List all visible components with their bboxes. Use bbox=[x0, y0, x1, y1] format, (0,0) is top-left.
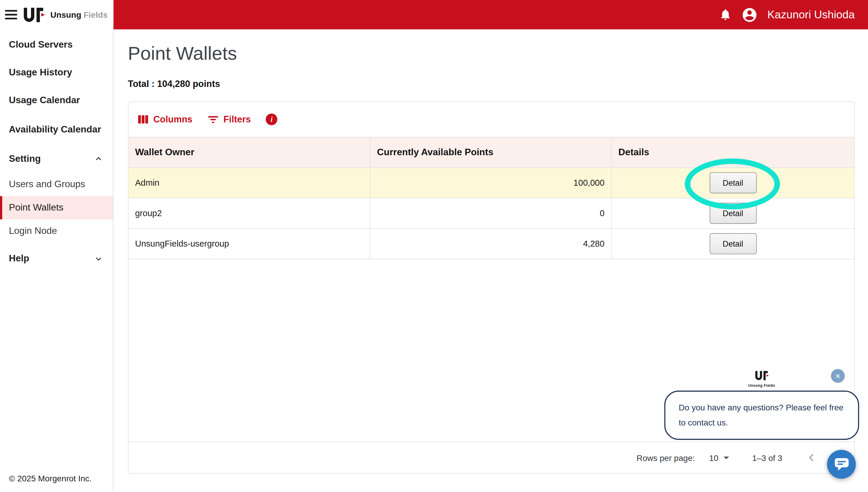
sidebar-item-label: Availability Calendar bbox=[9, 124, 101, 136]
copyright-text: © 2025 Morgenrot Inc. bbox=[9, 474, 91, 483]
unsung-fields-logo-icon bbox=[754, 371, 769, 381]
caret-down-icon bbox=[724, 456, 729, 459]
chevron-down-icon bbox=[93, 253, 104, 264]
sidebar-item-label: Cloud Servers bbox=[9, 39, 73, 51]
column-header-wallet-owner: Wallet Owner bbox=[129, 138, 370, 167]
chevron-up-icon bbox=[93, 153, 104, 164]
chat-bubble-icon bbox=[834, 458, 849, 471]
sidebar-item-setting[interactable]: Setting bbox=[0, 145, 113, 173]
sidebar-item-usage-history[interactable]: Usage History bbox=[0, 59, 113, 87]
sidebar-item-users-and-groups[interactable]: Users and Groups bbox=[0, 173, 113, 196]
column-header-points: Currently Available Points bbox=[370, 138, 612, 167]
app-bar: Kazunori Ushioda bbox=[113, 0, 868, 29]
pagination-range: 1–3 of 3 bbox=[752, 453, 782, 462]
cell-points: 100,000 bbox=[370, 168, 612, 198]
detail-button[interactable]: Detail bbox=[709, 233, 756, 254]
rows-per-page-value: 10 bbox=[709, 453, 718, 462]
sidebar-item-availability-calendar[interactable]: Availability Calendar bbox=[0, 114, 113, 145]
table-toolbar: Columns Filters i bbox=[129, 102, 854, 137]
chat-widget-logo: Unsung Fields bbox=[746, 371, 777, 387]
chat-message-bubble: Do you have any questions? Please feel f… bbox=[664, 391, 859, 440]
cell-wallet-owner: Admin bbox=[129, 168, 370, 198]
menu-icon[interactable] bbox=[5, 10, 17, 19]
table-row: group2 0 Detail bbox=[129, 198, 854, 228]
page-title: Point Wallets bbox=[128, 43, 237, 64]
table-row: Admin 100,000 Detail bbox=[129, 167, 854, 198]
app-window: Unsung Fields Kazunori Ushioda Cloud Ser… bbox=[0, 0, 868, 492]
columns-icon bbox=[138, 115, 149, 124]
user-name[interactable]: Kazunori Ushioda bbox=[767, 8, 855, 21]
detail-button[interactable]: Detail bbox=[709, 172, 756, 193]
sidebar-item-label: Users and Groups bbox=[9, 178, 85, 191]
brand-name: Unsung Fields bbox=[51, 10, 108, 20]
total-points-text: Total : 104,280 points bbox=[128, 79, 220, 89]
columns-button[interactable]: Columns bbox=[138, 114, 193, 125]
filters-button-label: Filters bbox=[223, 114, 251, 125]
chat-close-button[interactable]: ✕ bbox=[831, 369, 845, 383]
pagination-bar: Rows per page: 10 1–3 of 3 bbox=[129, 441, 854, 473]
column-header-details: Details bbox=[611, 138, 854, 167]
table-header-row: Wallet Owner Currently Available Points … bbox=[129, 137, 854, 167]
sidebar: Cloud Servers Usage History Usage Calend… bbox=[0, 29, 113, 492]
brand-name-bold: Unsung bbox=[51, 10, 82, 20]
filters-button[interactable]: Filters bbox=[207, 114, 251, 125]
chat-message-text: Do you have any questions? Please feel f… bbox=[679, 403, 843, 427]
previous-page-button[interactable] bbox=[805, 450, 819, 465]
sidebar-item-login-node[interactable]: Login Node bbox=[0, 219, 113, 243]
rows-per-page-select[interactable]: 10 bbox=[709, 453, 729, 462]
sidebar-item-label: Usage History bbox=[9, 67, 72, 79]
cell-details: Detail bbox=[611, 229, 854, 259]
sidebar-item-label: Point Wallets bbox=[9, 202, 63, 214]
sidebar-item-label: Login Node bbox=[9, 225, 57, 237]
table-row: UnsungFields-usergroup 4,280 Detail bbox=[129, 228, 854, 259]
rows-per-page-label: Rows per page: bbox=[637, 453, 695, 462]
point-wallets-table: Wallet Owner Currently Available Points … bbox=[129, 137, 854, 259]
sidebar-item-label: Help bbox=[9, 252, 29, 265]
sidebar-item-point-wallets[interactable]: Point Wallets bbox=[0, 196, 113, 219]
sidebar-item-label: Setting bbox=[9, 153, 41, 165]
detail-button[interactable]: Detail bbox=[709, 203, 756, 224]
chevron-left-icon bbox=[805, 450, 819, 465]
user-avatar-icon[interactable] bbox=[741, 6, 758, 23]
cell-details: Detail bbox=[611, 198, 854, 228]
chat-logo-text: Unsung Fields bbox=[746, 384, 777, 387]
cell-points: 0 bbox=[370, 198, 612, 228]
sidebar-item-label: Usage Calendar bbox=[9, 94, 80, 106]
filter-icon bbox=[207, 116, 218, 123]
notifications-bell-icon[interactable] bbox=[719, 8, 732, 21]
brand-name-light: Fields bbox=[84, 10, 108, 20]
cell-wallet-owner: UnsungFields-usergroup bbox=[129, 229, 370, 259]
cell-points: 4,280 bbox=[370, 229, 612, 259]
sidebar-item-help[interactable]: Help bbox=[0, 245, 113, 273]
unsung-fields-logo-icon bbox=[22, 7, 46, 22]
brand-bar: Unsung Fields bbox=[0, 0, 113, 29]
cell-details: Detail bbox=[611, 168, 854, 198]
columns-button-label: Columns bbox=[153, 114, 192, 125]
sidebar-item-cloud-servers[interactable]: Cloud Servers bbox=[0, 31, 113, 59]
info-icon[interactable]: i bbox=[266, 114, 278, 125]
chat-launcher-button[interactable] bbox=[827, 450, 856, 478]
sidebar-item-usage-calendar[interactable]: Usage Calendar bbox=[0, 87, 113, 114]
cell-wallet-owner: group2 bbox=[129, 198, 370, 228]
